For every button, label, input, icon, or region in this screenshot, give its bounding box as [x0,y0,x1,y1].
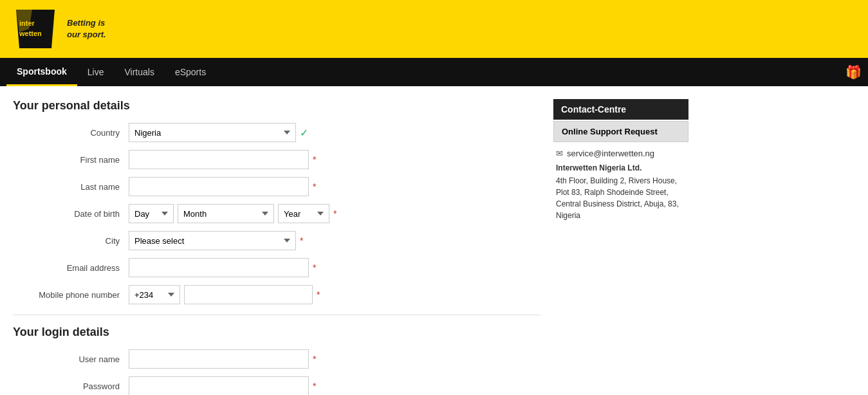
sidebar-title: Contact-Centre [553,99,688,120]
country-select[interactable]: Nigeria [129,123,296,142]
city-required: * [300,235,303,246]
city-select[interactable]: Please select [129,231,296,250]
svg-text:inter: inter [19,19,35,27]
logo-container: inter wetten Betting is our sport. [13,6,106,51]
email-label: Email address [13,263,129,273]
mobile-group: Mobile phone number +234 * [13,285,540,304]
sidebar-email: ✉ service@interwetten.ng [556,149,686,158]
password-required: * [313,381,316,391]
main-layout: Your personal details Country Nigeria ✓ … [0,86,868,395]
last-name-group: Last name * [13,177,540,196]
username-label: User name [13,354,129,364]
first-name-required: * [313,154,316,165]
sidebar-address: Interwetten Nigeria Ltd. 4th Floor, Buil… [556,162,686,221]
nav-esports[interactable]: eSports [165,58,216,86]
city-group: City Please select * [13,231,540,250]
gift-icon[interactable]: 🎁 [845,64,862,80]
company-name: Interwetten Nigeria Ltd. [556,162,686,174]
last-name-input[interactable] [129,177,309,196]
first-name-input[interactable] [129,150,309,169]
email-group: Email address * [13,258,540,277]
address-line3: Central Business District, Abuja, 83, [556,199,679,208]
username-input[interactable] [129,349,309,369]
dob-selects: Day Month Year [129,204,329,223]
password-input[interactable] [129,376,309,395]
country-group: Country Nigeria ✓ [13,123,540,142]
form-section: Your personal details Country Nigeria ✓ … [13,99,540,395]
phone-input[interactable] [184,285,313,304]
last-name-label: Last name [13,182,129,192]
section-divider [13,315,540,315]
password-group: Password * [13,376,540,395]
username-required: * [313,354,316,364]
first-name-label: First name [13,155,129,165]
first-name-group: First name * [13,150,540,169]
country-check-icon: ✓ [300,127,308,139]
nav-sportsbook[interactable]: Sportsbook [6,58,77,86]
sidebar: Contact-Centre Online Support Request ✉ … [553,99,688,395]
city-label: City [13,236,129,246]
dob-year-select[interactable]: Year [278,204,329,223]
nav-items: Sportsbook Live Virtuals eSports [6,58,845,86]
dob-label: Date of birth [13,209,129,219]
personal-details-title: Your personal details [13,99,540,113]
logo-badge: inter wetten [13,6,58,51]
dob-month-select[interactable]: Month [178,204,274,223]
navigation: Sportsbook Live Virtuals eSports 🎁 [0,58,868,86]
logo-tagline: Betting is our sport. [67,17,106,41]
username-group: User name * [13,349,540,369]
dob-required: * [333,208,337,219]
dob-day-select[interactable]: Day [129,204,174,223]
envelope-icon: ✉ [556,149,563,158]
address-line2: Plot 83, Ralph Shodeinde Street, [556,188,669,197]
dob-group: Date of birth Day Month Year * [13,204,540,223]
last-name-required: * [313,181,316,192]
country-label: Country [13,128,129,138]
mobile-required: * [317,289,320,300]
email-required: * [313,262,316,273]
nav-live[interactable]: Live [77,58,115,86]
email-input[interactable] [129,258,309,277]
online-support-button[interactable]: Online Support Request [553,121,688,142]
mobile-label: Mobile phone number [13,290,129,300]
svg-text:wetten: wetten [19,30,42,37]
header: inter wetten Betting is our sport. [0,0,868,58]
phone-inputs: +234 [129,285,313,304]
phone-code-select[interactable]: +234 [129,285,180,304]
sidebar-email-address: service@interwetten.ng [567,149,654,158]
password-label: Password [13,381,129,391]
nav-virtuals[interactable]: Virtuals [114,58,164,86]
address-line4: Nigeria [556,211,580,220]
address-line1: 4th Floor, Building 2, Rivers House, [556,176,677,185]
login-details-title: Your login details [13,326,540,339]
